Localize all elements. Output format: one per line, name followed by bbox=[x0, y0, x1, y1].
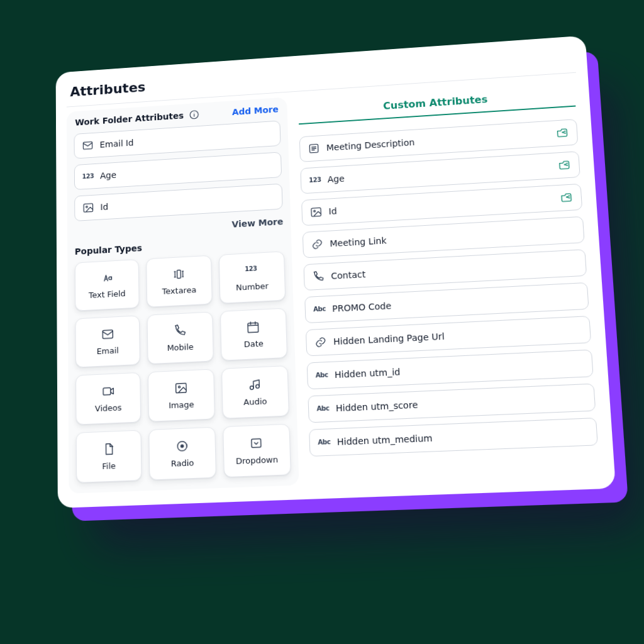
attribute-label: Hidden utm_medium bbox=[337, 433, 433, 447]
video-icon bbox=[101, 384, 115, 399]
svg-rect-7 bbox=[103, 330, 113, 338]
type-textarea[interactable]: Textarea bbox=[147, 255, 213, 308]
type-label: Dropdown bbox=[236, 455, 279, 466]
view-more-link[interactable]: View More bbox=[231, 216, 283, 229]
svg-line-40 bbox=[567, 197, 569, 198]
image-icon bbox=[82, 201, 94, 214]
custom-attribute[interactable]: Abc Hidden utm_medium bbox=[309, 418, 598, 457]
type-label: Videos bbox=[95, 402, 122, 413]
work-folder-column: Work Folder Attributes Add More Email Id… bbox=[67, 97, 299, 493]
svg-rect-12 bbox=[103, 388, 111, 396]
attribute-label: Hidden utm_score bbox=[336, 399, 418, 413]
svg-point-35 bbox=[314, 210, 316, 212]
type-label: Radio bbox=[171, 458, 194, 469]
mail-icon bbox=[82, 139, 94, 152]
attribute-label: Hidden utm_id bbox=[335, 367, 401, 380]
num-icon: 123 bbox=[309, 174, 322, 187]
abc-icon: Abc bbox=[318, 436, 331, 449]
radio-icon bbox=[175, 439, 189, 453]
custom-attributes-column: Custom Attributes Meeting Description 12… bbox=[298, 77, 603, 484]
svg-rect-3 bbox=[83, 142, 92, 149]
type-mobile[interactable]: Mobile bbox=[147, 311, 214, 364]
num-icon: 123 bbox=[245, 263, 258, 277]
svg-point-18 bbox=[180, 444, 184, 448]
custom-attributes-header: Custom Attributes bbox=[298, 80, 576, 125]
type-audio[interactable]: Audio bbox=[221, 365, 289, 419]
attribute-label: Contact bbox=[331, 269, 366, 281]
type-number[interactable]: 123 Number bbox=[218, 251, 286, 304]
type-label: Textarea bbox=[162, 285, 197, 296]
svg-line-32 bbox=[565, 164, 567, 164]
abc-icon: Abc bbox=[316, 402, 330, 415]
svg-line-9 bbox=[248, 325, 258, 326]
custom-attribute[interactable]: Hidden Landing Page Url bbox=[306, 316, 591, 356]
info-icon[interactable] bbox=[189, 109, 200, 120]
image-icon bbox=[174, 380, 188, 395]
svg-line-39 bbox=[567, 196, 569, 197]
attribute-label: Email Id bbox=[100, 138, 134, 150]
attribute-label: Age bbox=[100, 170, 116, 180]
custom-attribute[interactable]: Abc Hidden utm_id bbox=[307, 350, 594, 390]
svg-rect-6 bbox=[177, 270, 181, 279]
attribute-label: Meeting Link bbox=[330, 235, 387, 248]
type-text-field[interactable]: Text Field bbox=[75, 259, 140, 311]
svg-line-28 bbox=[563, 133, 565, 133]
image-icon bbox=[309, 206, 323, 219]
type-email[interactable]: Email bbox=[75, 315, 141, 367]
work-folder-header: Work Folder Attributes bbox=[75, 111, 184, 128]
type-date[interactable]: Date bbox=[220, 308, 287, 361]
text-icon bbox=[100, 271, 114, 286]
svg-line-33 bbox=[565, 165, 567, 165]
attributes-panel: Attributes Work Folder Attributes Add Mo… bbox=[56, 35, 616, 508]
num-icon: 123 bbox=[82, 170, 94, 183]
share-icon[interactable] bbox=[558, 158, 572, 172]
type-label: Image bbox=[169, 399, 194, 410]
type-label: File bbox=[102, 461, 116, 471]
abc-icon: Abc bbox=[315, 369, 328, 382]
dropdown-icon bbox=[249, 436, 264, 450]
attribute-label: Id bbox=[100, 202, 108, 212]
type-radio[interactable]: Radio bbox=[149, 427, 216, 480]
type-label: Number bbox=[236, 281, 269, 292]
type-label: Email bbox=[97, 346, 119, 357]
svg-point-5 bbox=[86, 206, 88, 208]
svg-rect-19 bbox=[252, 439, 261, 448]
type-label: Audio bbox=[243, 396, 267, 407]
type-label: Mobile bbox=[167, 342, 193, 353]
custom-attribute[interactable]: Abc PROMO Code bbox=[304, 282, 589, 323]
phone-icon bbox=[173, 323, 187, 338]
abc-icon: Abc bbox=[313, 303, 326, 316]
attribute-label: PROMO Code bbox=[332, 301, 392, 314]
work-folder-attribute[interactable]: 123 Age bbox=[74, 152, 282, 190]
type-videos[interactable]: Videos bbox=[75, 372, 141, 425]
add-more-link[interactable]: Add More bbox=[232, 104, 279, 117]
link-icon bbox=[314, 336, 327, 349]
attribute-label: Meeting Description bbox=[326, 137, 415, 152]
svg-point-14 bbox=[179, 386, 180, 388]
type-image[interactable]: Image bbox=[148, 369, 214, 421]
mail-icon bbox=[101, 327, 114, 341]
type-file[interactable]: File bbox=[76, 430, 142, 483]
phone-icon bbox=[312, 270, 325, 283]
desc-icon bbox=[308, 142, 320, 155]
attribute-label: Age bbox=[327, 174, 345, 184]
type-label: Date bbox=[244, 338, 264, 349]
attribute-label: Id bbox=[328, 206, 337, 216]
attribute-label: Hidden Landing Page Url bbox=[333, 331, 445, 347]
share-icon[interactable] bbox=[555, 126, 569, 140]
textarea-icon bbox=[172, 267, 186, 282]
type-label: Text Field bbox=[89, 289, 126, 300]
share-icon[interactable] bbox=[560, 191, 574, 204]
svg-rect-8 bbox=[248, 323, 258, 332]
svg-line-27 bbox=[563, 131, 565, 132]
audio-icon bbox=[248, 377, 262, 392]
svg-point-2 bbox=[194, 113, 194, 113]
link-icon bbox=[311, 238, 324, 251]
file-icon bbox=[102, 441, 116, 456]
custom-attribute[interactable]: Abc Hidden utm_score bbox=[308, 384, 596, 423]
work-folder-attribute[interactable]: Id bbox=[74, 184, 283, 221]
date-icon bbox=[246, 320, 260, 335]
type-dropdown[interactable]: Dropdown bbox=[223, 424, 291, 477]
